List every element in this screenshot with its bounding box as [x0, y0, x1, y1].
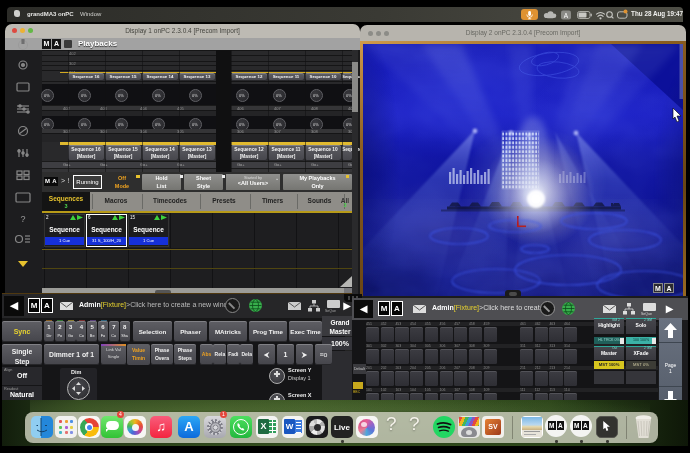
svg-text:A: A [564, 12, 569, 19]
svg-text:?: ? [20, 214, 25, 224]
